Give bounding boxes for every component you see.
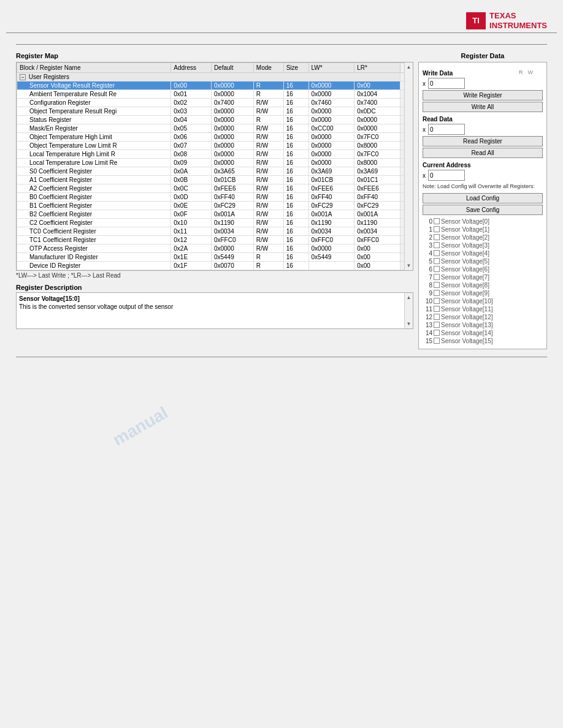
sensor-checkbox-14[interactable] [434,330,440,336]
r-label: R [519,69,523,75]
sensor-item: 13 Sensor Voltage[13] [423,321,543,329]
table-row[interactable]: Object Temperature High Limit0x060x0000R… [17,133,413,142]
table-row[interactable]: B0 Coefficient Register0x0D0xFF40R/W160x… [17,193,413,202]
col-mode: Mode [253,63,283,73]
table-row[interactable]: Local Temperature High Limit R0x080x0000… [17,150,413,159]
table-row[interactable]: A2 Coefficient Register0x0C0xFEE6R/W160x… [17,184,413,193]
sensor-num: 0 [423,218,432,225]
register-description-panel: Register Description Sensor Voltage[15:0… [16,284,413,329]
write-all-button[interactable]: Write All [423,102,543,112]
sensor-checkbox-8[interactable] [434,282,440,288]
sensor-label: Sensor Voltage[6] [441,266,489,273]
svg-text:TI: TI [472,16,480,25]
table-row[interactable]: B1 Coefficient Register0x0E0xFC29R/W160x… [17,202,413,210]
sensor-num: 15 [423,338,432,344]
read-data-label: Read Data [423,116,543,123]
table-row[interactable]: OTP Access Register0x2A0x0000R/W160x0000… [17,245,413,253]
table-row[interactable]: Manufacturer ID Register0x1E0x5449R160x5… [17,253,413,262]
table-row[interactable]: Sensor Voltage Result Register0x000x0000… [17,82,413,90]
read-register-button[interactable]: Read Register [423,136,543,146]
top-divider [16,44,547,45]
desc-scroll-up[interactable]: ▲ [406,294,412,301]
desc-scroll-down[interactable]: ▼ [406,320,412,327]
sensor-checkbox-10[interactable] [434,298,440,304]
sensor-checkbox-15[interactable] [434,338,440,344]
load-config-button[interactable]: Load Config [423,193,543,203]
note-text: Note: Load Config will Overwrite all Reg… [423,183,543,191]
sensor-checkbox-4[interactable] [434,250,440,256]
sensor-item: 3 Sensor Voltage[3] [423,241,543,249]
table-scrollbar[interactable]: ▲ ▼ [404,63,413,270]
sensor-checkbox-6[interactable] [434,266,440,272]
current-address-input[interactable] [428,170,465,181]
sensor-checkbox-11[interactable] [434,306,440,312]
table-row[interactable]: A1 Coefficient Register0x0B0x01CBR/W160x… [17,176,413,184]
sensor-num: 10 [423,298,432,305]
sensor-item: 15 Sensor Voltage[15] [423,337,543,345]
sensor-checkbox-12[interactable] [434,314,440,320]
register-tbody: Sensor Voltage Result Register0x000x0000… [17,82,413,270]
sensor-checkbox-0[interactable] [434,218,440,224]
table-row[interactable]: C2 Coefficient Register0x100x1190R/W160x… [17,219,413,227]
sensor-label: Sensor Voltage[8] [441,282,489,289]
reg-desc-title: Register Description [16,284,413,291]
table-row[interactable]: Status Register0x040x0000R160x00000x0000 [17,116,413,124]
reg-desc-content: Sensor Voltage[15:0] This is the convert… [16,292,413,329]
write-data-input[interactable] [428,78,465,89]
sensor-checkbox-3[interactable] [434,242,440,248]
reg-data-inner: Write Data R W x Write Register [418,62,547,349]
table-row[interactable]: Ambient Temperature Result Re0x010x0000R… [17,90,413,99]
sensor-label: Sensor Voltage[9] [441,290,489,297]
table-row[interactable]: S0 Coefficient Register0x0A0x3A65R/W160x… [17,167,413,176]
sensor-checkbox-5[interactable] [434,258,440,264]
col-size: Size [283,63,308,73]
register-map-title: Register Map [16,52,413,59]
table-row[interactable]: TC0 Coefficient Register0x110x0034R/W160… [17,227,413,236]
sensor-num: 14 [423,330,432,336]
sensor-item: 12 Sensor Voltage[12] [423,313,543,321]
table-row[interactable]: TC1 Coefficient Register0x120xFFC0R/W160… [17,236,413,245]
sensor-checkbox-7[interactable] [434,274,440,280]
sensor-label: Sensor Voltage[11] [441,306,493,313]
reg-data-title: Register Data [418,52,547,59]
sensor-item: 1 Sensor Voltage[1] [423,226,543,233]
read-section: Read Data x Read Register Read All [423,116,543,158]
sensor-checkbox-1[interactable] [434,226,440,232]
read-all-button[interactable]: Read All [423,148,543,158]
sensor-item: 4 Sensor Voltage[4] [423,249,543,257]
table-row[interactable]: Mask/En Register0x050x0000R/W160xCC000x0… [17,124,413,133]
sensor-item: 0 Sensor Voltage[0] [423,218,543,226]
group-label: − User Registers [17,73,400,82]
sensor-num: 12 [423,314,432,320]
scroll-up-arrow[interactable]: ▲ [406,64,412,70]
ti-logo-icon: TI [466,12,486,29]
save-config-button[interactable]: Save Config [423,205,543,215]
col-lw: LW* [308,63,354,73]
sensor-item: 5 Sensor Voltage[5] [423,257,543,265]
ti-logo-text: TEXAS INSTRUMENTS [489,11,547,30]
sensor-num: 6 [423,266,432,273]
sensor-num: 5 [423,258,432,265]
scroll-down-arrow[interactable]: ▼ [406,262,412,269]
table-row[interactable]: Device ID Register0x1F0x0070R160x00 [17,262,413,270]
table-row[interactable]: B2 Coefficient Register0x0F0x001AR/W160x… [17,210,413,219]
sensor-label: Sensor Voltage[1] [441,226,489,233]
sensor-checkbox-2[interactable] [434,234,440,240]
footnote: *LW---> Last Write ; *LR---> Last Read [16,272,413,279]
address-row: x [423,170,543,181]
sensor-item: 9 Sensor Voltage[9] [423,289,543,297]
desc-scrollbar[interactable]: ▲ ▼ [404,293,413,328]
sensor-label: Sensor Voltage[13] [441,322,493,328]
table-row[interactable]: Object Temperature Result Regi0x030x0000… [17,107,413,116]
read-data-input[interactable] [428,124,465,135]
expand-icon[interactable]: − [20,74,26,80]
table-row[interactable]: Object Temperature Low Limit R0x070x0000… [17,142,413,150]
sensor-checkbox-9[interactable] [434,290,440,296]
sensor-list: 0 Sensor Voltage[0] 1 Sensor Voltage[1] … [423,218,543,345]
table-row[interactable]: Local Temperature Low Limit Re0x090x0000… [17,159,413,167]
sensor-checkbox-13[interactable] [434,322,440,328]
write-register-button[interactable]: Write Register [423,90,543,100]
table-row[interactable]: Configuration Register0x020x7400R/W160x7… [17,99,413,107]
sensor-label: Sensor Voltage[14] [441,330,493,336]
col-address: Address [171,63,212,73]
